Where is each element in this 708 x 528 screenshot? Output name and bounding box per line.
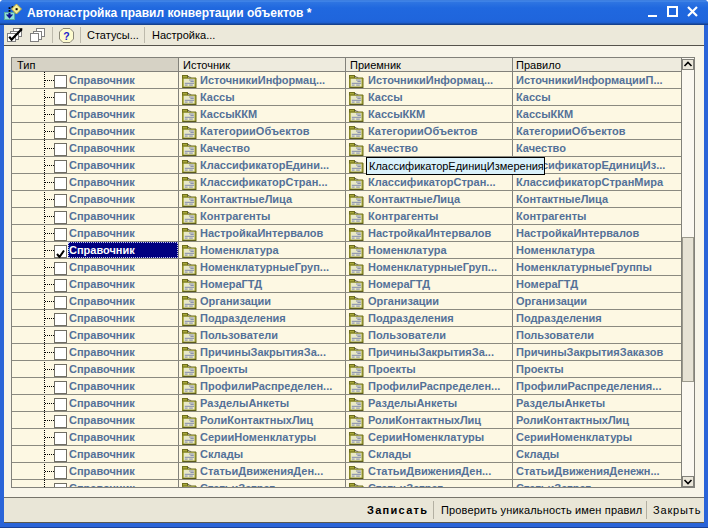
svg-text:?: ? — [63, 30, 69, 42]
